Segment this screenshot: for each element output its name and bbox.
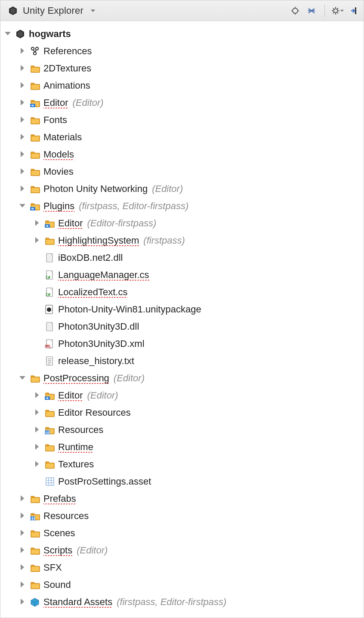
tree-item-label: References — [43, 46, 92, 56]
tree-item-label: Editor — [43, 98, 68, 108]
chevron-right-icon[interactable] — [19, 599, 26, 606]
tree-item-label: hogwarts — [29, 29, 71, 39]
tree-item-mats[interactable]: Materials — [4, 129, 362, 146]
panel-header: Unity Explorer — [0, 0, 364, 21]
tree-item-label: Editor — [58, 391, 83, 400]
chevron-right-icon[interactable] — [19, 151, 26, 158]
tree-item-movies[interactable]: Movies — [4, 163, 362, 180]
tree-item-label: Models — [43, 150, 74, 159]
tree-item-fonts[interactable]: Fonts — [4, 111, 362, 129]
chevron-right-icon[interactable] — [19, 513, 26, 519]
tree-item-refs[interactable]: References — [4, 43, 362, 60]
tree-item-plugins[interactable]: Plugins(firstpass, Editor-firstpass) — [4, 198, 362, 215]
folder-icon — [30, 374, 41, 383]
chevron-right-icon[interactable] — [19, 530, 26, 537]
chevron-right-icon[interactable] — [19, 564, 26, 571]
chevron-right-icon[interactable] — [19, 495, 26, 502]
folder-icon — [30, 563, 41, 572]
refs-icon — [30, 46, 41, 56]
tree-item-relh[interactable]: release_history.txt — [4, 352, 362, 370]
chevron-right-icon[interactable] — [34, 461, 41, 468]
tree-item-sfx[interactable]: SFX — [4, 559, 362, 576]
tree-item-sound[interactable]: Sound — [4, 576, 362, 593]
tree-item-p3xml[interactable]: Photon3Unity3D.xml — [4, 335, 362, 352]
chevron-right-icon[interactable] — [19, 134, 26, 141]
tree-item-upkg[interactable]: Photon-Unity-Win81.unitypackage — [4, 301, 362, 318]
tree-item-scripts[interactable]: Scripts(Editor) — [4, 542, 362, 559]
chevron-right-icon[interactable] — [19, 65, 26, 72]
tree-item-root[interactable]: hogwarts — [4, 25, 362, 43]
collapse-all-button[interactable] — [305, 5, 318, 17]
chevron-right-icon[interactable] — [19, 168, 26, 175]
tree-item-res[interactable]: Resources — [4, 507, 362, 525]
chevron-right-icon[interactable] — [19, 185, 26, 192]
folder-sp-icon — [44, 391, 56, 400]
tree-item-label: 2DTextures — [43, 64, 91, 73]
bin-icon — [44, 253, 56, 263]
tree-item-editor[interactable]: Editor(Editor) — [4, 94, 362, 111]
chevron-right-icon[interactable] — [34, 392, 41, 399]
chevron-right-icon[interactable] — [19, 117, 26, 124]
tree-item-label: Fonts — [43, 115, 67, 125]
tree-item-label: Standard Assets — [43, 597, 112, 607]
tree-item-pp-rt[interactable]: Runtime — [4, 439, 362, 456]
hide-button[interactable] — [348, 5, 360, 17]
tree-item-label: PostProcessing — [43, 374, 109, 383]
tree-item-stdassets[interactable]: Standard Assets(firstpass, Editor-firstp… — [4, 593, 362, 611]
chevron-down-icon[interactable] — [5, 31, 12, 37]
tree-item-plugins-hl[interactable]: HighlightingSystem(firstpass) — [4, 232, 362, 249]
panel-title: Unity Explorer — [23, 5, 83, 16]
tree-item-label: SFX — [43, 563, 62, 572]
tree-item-label: Textures — [58, 460, 94, 469]
tree-item-pp-ed[interactable]: Editor(Editor) — [4, 387, 362, 404]
tree-item-pp-tex[interactable]: Textures — [4, 456, 362, 473]
scroll-from-source-button[interactable] — [289, 5, 301, 17]
chevron-right-icon[interactable] — [19, 581, 26, 588]
chevron-right-icon[interactable] — [19, 48, 26, 55]
tree-item-scenes[interactable]: Scenes — [4, 525, 362, 542]
tree-item-plugins-editor[interactable]: Editor(Editor-firstpass) — [4, 215, 362, 232]
tree-item-label: release_history.txt — [58, 356, 134, 366]
chevron-right-icon[interactable] — [34, 237, 41, 244]
settings-button[interactable] — [332, 5, 344, 17]
folder-icon — [44, 236, 56, 245]
chevron-right-icon[interactable] — [34, 444, 41, 451]
tree-item-pp-set[interactable]: PostProSettings.asset — [4, 473, 362, 490]
tree-item-anim[interactable]: Animations — [4, 77, 362, 94]
chevron-right-icon[interactable] — [19, 82, 26, 89]
chevron-right-icon[interactable] — [34, 220, 41, 227]
tree-item-pp-res[interactable]: Resources — [4, 421, 362, 439]
tree-item-label: Prefabs — [43, 494, 76, 504]
chevron-right-icon[interactable] — [34, 426, 41, 433]
tree-item-loctxt[interactable]: LocalizedText.cs — [4, 284, 362, 301]
tree-item-lang[interactable]: LanguageManager.cs — [4, 266, 362, 284]
tree-item-label: iBoxDB.net2.dll — [58, 253, 123, 263]
tree-item-label: Plugins — [43, 201, 74, 211]
tree-item-prefabs[interactable]: Prefabs — [4, 490, 362, 507]
chevron-right-icon[interactable] — [34, 409, 41, 416]
folder-icon — [30, 580, 41, 590]
chevron-right-icon[interactable] — [19, 99, 26, 106]
tree-item-2dtex[interactable]: 2DTextures — [4, 60, 362, 77]
tree-item-label: LocalizedText.cs — [58, 287, 127, 297]
tree-item-label: Scenes — [43, 528, 75, 538]
tree-item-note: (Editor) — [77, 546, 108, 555]
pkg-icon — [30, 597, 41, 607]
tree-item-models[interactable]: Models — [4, 146, 362, 163]
tree-item-pp-edres[interactable]: Editor Resources — [4, 404, 362, 421]
tree-item-p3dll[interactable]: Photon3Unity3D.dll — [4, 318, 362, 335]
chevron-down-icon[interactable] — [19, 375, 26, 382]
folder-icon — [44, 408, 56, 417]
tree-item-photon[interactable]: Photon Unity Networking(Editor) — [4, 180, 362, 198]
unity-icon — [15, 29, 26, 39]
tree-item-pp[interactable]: PostProcessing(Editor) — [4, 370, 362, 387]
tree-item-label: Movies — [43, 167, 74, 176]
chevron-down-icon[interactable] — [19, 203, 26, 210]
tree-item-ibox[interactable]: iBoxDB.net2.dll — [4, 249, 362, 266]
chevron-right-icon[interactable] — [19, 547, 26, 554]
folder-sp-icon — [30, 201, 41, 211]
folder-sp-icon — [44, 219, 56, 228]
tree-item-label: Scripts — [43, 546, 72, 555]
tree-item-label: Photon3Unity3D.xml — [58, 339, 145, 349]
chevron-down-icon[interactable] — [90, 9, 96, 13]
